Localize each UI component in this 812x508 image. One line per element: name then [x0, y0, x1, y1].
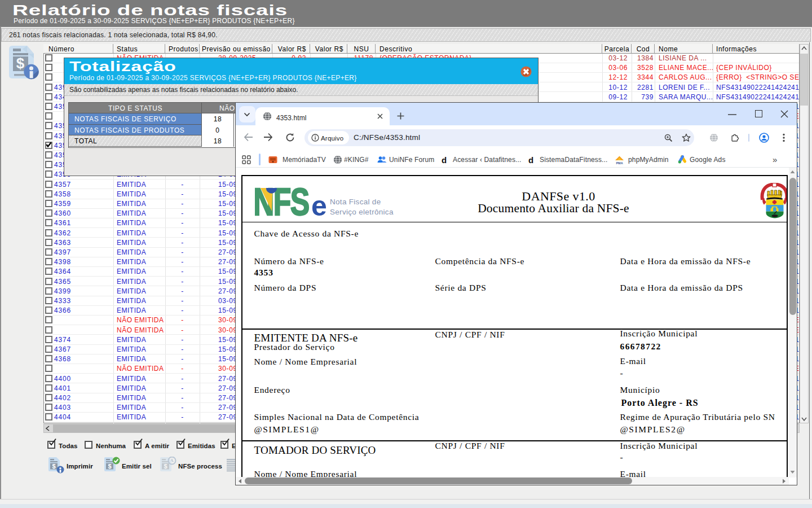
svg-text:e: e	[311, 190, 327, 218]
svg-text:$: $	[164, 463, 167, 470]
svg-text:d: d	[528, 155, 533, 164]
svg-text:d: d	[442, 155, 447, 164]
svg-text:$: $	[52, 463, 55, 470]
svg-text:$: $	[108, 463, 111, 470]
svg-text:Nota Fiscal de: Nota Fiscal de	[330, 198, 381, 206]
svg-text:PMA: PMA	[616, 161, 623, 165]
svg-text:Serviço eletrônica: Serviço eletrônica	[330, 208, 394, 216]
